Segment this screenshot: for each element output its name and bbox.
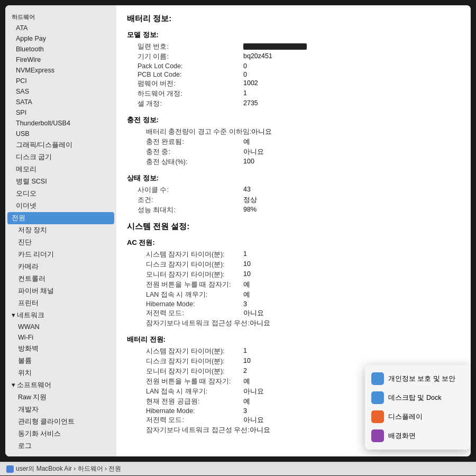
info-value: 2735	[243, 99, 460, 108]
info-label: 일련 번호:	[127, 42, 243, 51]
sidebar-item-로그[interactable]: 로그	[5, 440, 116, 452]
info-label: 기기 이름:	[127, 52, 243, 61]
sidebar-item-병렬scsi[interactable]: 병렬 SCSI	[5, 176, 116, 188]
sidebar-item-applepay[interactable]: Apple Pay	[5, 33, 116, 44]
pref-label: 배경화면	[388, 432, 416, 441]
info-label: 사이클 수:	[127, 186, 243, 195]
sidebar-item-wwan[interactable]: WWAN	[5, 322, 116, 332]
table-row: 모니터 잠자기 타이머(분):10	[127, 270, 460, 280]
sidebar-item-개발자[interactable]: 개발자	[5, 404, 116, 416]
info-label: 디스크 잠자기 타이머(분):	[127, 260, 243, 269]
sidebar-item-저장장치[interactable]: 저장 장치	[5, 224, 116, 236]
info-label: 저전력 모드:	[127, 416, 243, 425]
sidebar-item-usb[interactable]: USB	[5, 129, 116, 139]
sidebar-item-sata[interactable]: SATA	[5, 97, 116, 107]
pref-item[interactable]: 데스크탑 및 Dock	[365, 388, 471, 407]
info-label: 디스크 잠자기 타이머(분):	[127, 357, 243, 366]
info-label: 전원 버튼을 누를 때 잠자기:	[127, 280, 243, 289]
sidebar-item-firewire[interactable]: FireWire	[5, 54, 116, 65]
battery-power-section-header: 배터리 전원:	[127, 335, 460, 344]
info-label: 충전 완료됨:	[127, 138, 243, 147]
info-label: 모니터 잠자기 타이머(분):	[127, 367, 243, 376]
pref-item[interactable]: 디스플레이	[365, 407, 471, 426]
pref-item[interactable]: 개인정보 보호 및 보안	[365, 369, 471, 388]
info-label: 하드웨어 개정:	[127, 89, 243, 98]
pref-item[interactable]: 배경화면	[365, 426, 471, 445]
right-overlay-panel: 개인정보 보호 및 보안데스크탑 및 Dock디스플레이배경화면	[365, 365, 471, 450]
info-value: 예	[243, 290, 460, 299]
sidebar-item-bluetooth[interactable]: Bluetooth	[5, 44, 116, 54]
sidebar-item-wifi[interactable]: Wi-Fi	[5, 332, 116, 343]
sidebar-item-디스크굽기[interactable]: 디스크 굽기	[5, 151, 116, 163]
breadcrumb-bar: user의 MacBook Air › 하드웨어 › 전원	[0, 462, 476, 475]
sidebar-item-동기화서비스[interactable]: 동기화 서비스	[5, 428, 116, 440]
info-label: Hibernate Mode:	[127, 300, 243, 308]
pref-label: 데스크탑 및 Dock	[388, 393, 441, 402]
info-value: 43	[243, 186, 460, 195]
info-label: 충전 상태(%):	[127, 158, 243, 167]
sidebar-item-thunderboltusb[interactable]: Thunderbolt/USB4	[5, 118, 116, 129]
redacted-value	[243, 43, 307, 50]
sidebar-item-오디오[interactable]: 오디오	[5, 188, 116, 200]
sidebar-item-위치[interactable]: 위치	[5, 367, 116, 379]
info-label: Pack Lot Code:	[127, 62, 243, 70]
sidebar-item-볼륨[interactable]: 볼륨	[5, 355, 116, 367]
pref-icon	[371, 391, 384, 404]
sidebar-item-카드리더기[interactable]: 카드 리더기	[5, 249, 116, 261]
sidebar-item-spi[interactable]: SPI	[5, 107, 116, 118]
sidebar-item-프린터[interactable]: 프린터	[5, 297, 116, 309]
sidebar-item-네트워크[interactable]: ▾ 네트워크	[5, 309, 116, 322]
info-value: 아니요	[243, 148, 460, 157]
table-row: 성능 최대치:98%	[127, 205, 460, 215]
info-value: 100	[243, 158, 460, 167]
info-value: 10	[243, 270, 460, 279]
table-row: PCB Lot Code:0	[127, 70, 460, 79]
sidebar-item-ata[interactable]: ATA	[5, 23, 116, 33]
table-row: 시스템 잠자기 타이머(분):1	[127, 250, 460, 260]
sidebar-item-이더넷[interactable]: 이더넷	[5, 200, 116, 212]
sidebar-item-카메라[interactable]: 카메라	[5, 261, 116, 273]
table-row: Pack Lot Code:0	[127, 62, 460, 70]
info-label: 펌웨어 버전:	[127, 79, 243, 88]
sidebar-item-관리형클라이언트[interactable]: 관리형 클라이언트	[5, 416, 116, 428]
system-section-header: 시스템 전원 설정:	[127, 222, 460, 232]
table-row: 디스크 잠자기 타이머(분):10	[127, 260, 460, 270]
model-section-header: 모델 정보:	[127, 30, 460, 40]
sidebar-item-소프트웨어[interactable]: ▾ 소프트웨어	[5, 379, 116, 391]
table-row: 배터리 충전량이 경고 수준 이하임:아니요	[127, 127, 460, 137]
breadcrumb-text: user의 MacBook Air › 하드웨어 › 전원	[16, 464, 121, 473]
info-value: 1	[243, 250, 460, 259]
info-value: 3	[243, 300, 460, 308]
sidebar-item-방화벽[interactable]: 방화벽	[5, 343, 116, 355]
sidebar-item-sas[interactable]: SAS	[5, 86, 116, 97]
info-value: 아니요	[250, 319, 460, 328]
info-label: 셀 개정:	[127, 99, 243, 108]
sidebar-item-하드웨어[interactable]: 하드웨어	[5, 12, 116, 23]
info-label: LAN 접속 시 깨우기:	[127, 290, 243, 299]
table-row: Hibernate Mode:3	[127, 300, 460, 308]
sidebar-item-pci[interactable]: PCI	[5, 76, 116, 86]
info-value: 아니요	[251, 127, 460, 136]
sidebar-item-nvmexpress[interactable]: NVMExpress	[5, 65, 116, 76]
pref-icon	[371, 429, 384, 442]
sidebar-item-전원[interactable]: 전원	[7, 212, 114, 224]
sidebar-item-메모리[interactable]: 메모리	[5, 163, 116, 176]
sidebar-item-raw지원[interactable]: Raw 지원	[5, 391, 116, 404]
info-value	[243, 42, 460, 51]
table-row: 충전 중:아니요	[127, 147, 460, 157]
sidebar[interactable]: 하드웨어ATAApple PayBluetoothFireWireNVMExpr…	[5, 5, 116, 456]
table-row: 전원 버튼을 누를 때 잠자기:예	[127, 280, 460, 290]
sidebar-item-파이버채널[interactable]: 파이버 채널	[5, 285, 116, 297]
sidebar-item-컨트롤러[interactable]: 컨트롤러	[5, 273, 116, 285]
info-label: 시스템 잠자기 타이머(분):	[127, 250, 243, 259]
sidebar-item-그래픽디스플레이[interactable]: 그래픽/디스플레이	[5, 139, 116, 151]
info-label: 충전 중:	[127, 148, 243, 157]
info-value: 1	[243, 89, 460, 98]
table-row: 기기 이름:bq20z451	[127, 52, 460, 62]
sidebar-item-진단[interactable]: 진단	[5, 236, 116, 249]
info-label: 잠자기보다 네트워크 접근성 우선:	[127, 426, 250, 435]
info-value: 예	[243, 280, 460, 289]
table-row: 충전 완료됨:예	[127, 137, 460, 147]
table-row: 일련 번호:	[127, 42, 460, 52]
info-value: 아니요	[243, 309, 460, 318]
